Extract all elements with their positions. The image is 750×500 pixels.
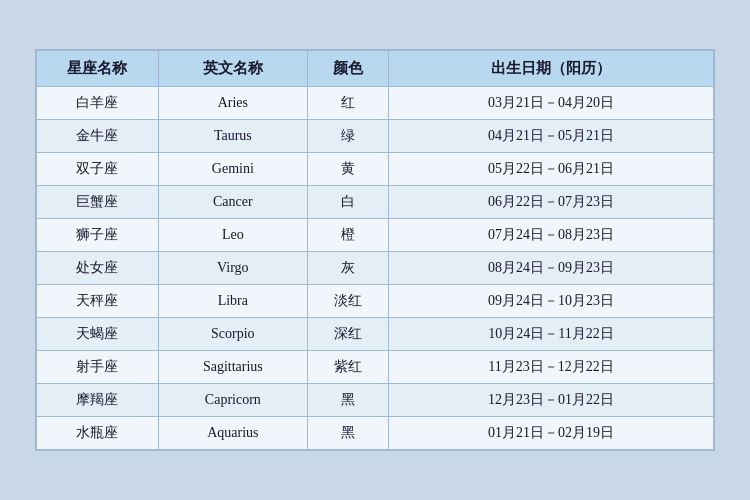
cell-date: 07月24日－08月23日 xyxy=(389,219,714,252)
table-header-row: 星座名称 英文名称 颜色 出生日期（阳历） xyxy=(37,51,714,87)
table-row: 处女座Virgo灰08月24日－09月23日 xyxy=(37,252,714,285)
cell-color: 橙 xyxy=(307,219,388,252)
header-english: 英文名称 xyxy=(158,51,307,87)
cell-color: 白 xyxy=(307,186,388,219)
cell-date: 01月21日－02月19日 xyxy=(389,417,714,450)
table-row: 射手座Sagittarius紫红11月23日－12月22日 xyxy=(37,351,714,384)
table-row: 狮子座Leo橙07月24日－08月23日 xyxy=(37,219,714,252)
cell-english: Leo xyxy=(158,219,307,252)
cell-color: 淡红 xyxy=(307,285,388,318)
cell-english: Taurus xyxy=(158,120,307,153)
cell-color: 灰 xyxy=(307,252,388,285)
cell-date: 11月23日－12月22日 xyxy=(389,351,714,384)
cell-chinese: 水瓶座 xyxy=(37,417,159,450)
cell-chinese: 天秤座 xyxy=(37,285,159,318)
header-chinese: 星座名称 xyxy=(37,51,159,87)
cell-english: Aquarius xyxy=(158,417,307,450)
cell-chinese: 天蝎座 xyxy=(37,318,159,351)
table-row: 金牛座Taurus绿04月21日－05月21日 xyxy=(37,120,714,153)
table-row: 天秤座Libra淡红09月24日－10月23日 xyxy=(37,285,714,318)
table-row: 双子座Gemini黄05月22日－06月21日 xyxy=(37,153,714,186)
cell-english: Capricorn xyxy=(158,384,307,417)
cell-english: Aries xyxy=(158,87,307,120)
cell-english: Scorpio xyxy=(158,318,307,351)
cell-chinese: 摩羯座 xyxy=(37,384,159,417)
cell-date: 05月22日－06月21日 xyxy=(389,153,714,186)
cell-color: 紫红 xyxy=(307,351,388,384)
cell-chinese: 射手座 xyxy=(37,351,159,384)
cell-chinese: 巨蟹座 xyxy=(37,186,159,219)
cell-chinese: 狮子座 xyxy=(37,219,159,252)
cell-color: 黄 xyxy=(307,153,388,186)
cell-english: Libra xyxy=(158,285,307,318)
table-row: 摩羯座Capricorn黑12月23日－01月22日 xyxy=(37,384,714,417)
cell-color: 绿 xyxy=(307,120,388,153)
cell-color: 红 xyxy=(307,87,388,120)
cell-chinese: 处女座 xyxy=(37,252,159,285)
cell-date: 12月23日－01月22日 xyxy=(389,384,714,417)
cell-chinese: 白羊座 xyxy=(37,87,159,120)
zodiac-table: 星座名称 英文名称 颜色 出生日期（阳历） 白羊座Aries红03月21日－04… xyxy=(36,50,714,450)
cell-date: 08月24日－09月23日 xyxy=(389,252,714,285)
cell-english: Sagittarius xyxy=(158,351,307,384)
cell-date: 06月22日－07月23日 xyxy=(389,186,714,219)
header-color: 颜色 xyxy=(307,51,388,87)
table-row: 水瓶座Aquarius黑01月21日－02月19日 xyxy=(37,417,714,450)
cell-chinese: 双子座 xyxy=(37,153,159,186)
cell-color: 深红 xyxy=(307,318,388,351)
cell-english: Gemini xyxy=(158,153,307,186)
table-row: 巨蟹座Cancer白06月22日－07月23日 xyxy=(37,186,714,219)
cell-date: 09月24日－10月23日 xyxy=(389,285,714,318)
cell-date: 04月21日－05月21日 xyxy=(389,120,714,153)
zodiac-table-container: 星座名称 英文名称 颜色 出生日期（阳历） 白羊座Aries红03月21日－04… xyxy=(35,49,715,451)
cell-english: Cancer xyxy=(158,186,307,219)
cell-date: 10月24日－11月22日 xyxy=(389,318,714,351)
cell-color: 黑 xyxy=(307,417,388,450)
cell-color: 黑 xyxy=(307,384,388,417)
cell-chinese: 金牛座 xyxy=(37,120,159,153)
table-row: 白羊座Aries红03月21日－04月20日 xyxy=(37,87,714,120)
cell-english: Virgo xyxy=(158,252,307,285)
cell-date: 03月21日－04月20日 xyxy=(389,87,714,120)
header-date: 出生日期（阳历） xyxy=(389,51,714,87)
table-row: 天蝎座Scorpio深红10月24日－11月22日 xyxy=(37,318,714,351)
table-body: 白羊座Aries红03月21日－04月20日金牛座Taurus绿04月21日－0… xyxy=(37,87,714,450)
